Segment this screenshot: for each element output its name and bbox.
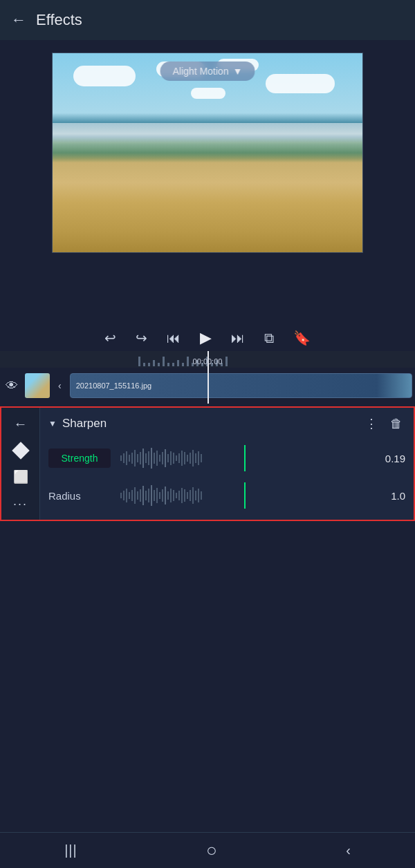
- effect-delete-button[interactable]: 🗑: [387, 415, 405, 433]
- below-preview-spacer: [0, 253, 415, 322]
- transport-bar: ↩ ↪ ⏮ ▶ ⏭ ⧉ 🔖: [0, 322, 415, 351]
- ruler-tick: [182, 363, 184, 366]
- ruler-tick: [148, 363, 150, 366]
- cloud-3: [266, 74, 335, 93]
- ruler-tick: [187, 357, 189, 366]
- copy-button[interactable]: ⧉: [264, 330, 274, 346]
- redo-button[interactable]: ↪: [136, 330, 147, 346]
- ruler-tick: [163, 357, 165, 366]
- header-back-icon[interactable]: ←: [11, 11, 26, 29]
- video-preview[interactable]: Alight Motion ▼: [52, 53, 363, 253]
- clip-label: 20210807_155116.jpg: [76, 381, 152, 390]
- badge-label: Alight Motion: [173, 66, 229, 77]
- effects-content: ▼ Sharpen ⋮ 🗑 Strength: [40, 408, 414, 520]
- effects-back-button[interactable]: ←: [14, 416, 28, 432]
- preview-area: Alight Motion ▼: [0, 40, 415, 253]
- keyframe-add-button[interactable]: [12, 442, 29, 459]
- strength-playhead: [244, 445, 246, 471]
- strength-timeline[interactable]: [118, 445, 371, 471]
- nav-home-button[interactable]: ○: [206, 840, 217, 861]
- skip-back-button[interactable]: ⏮: [167, 330, 181, 346]
- track-row: 👁 ‹ 20210807_155116.jpg: [0, 368, 415, 404]
- effect-name-label: Sharpen: [62, 417, 356, 431]
- visibility-toggle[interactable]: 👁: [3, 376, 21, 396]
- ruler-tick: [177, 360, 179, 366]
- timeline-ruler[interactable]: 00:00:00: [0, 351, 415, 368]
- radius-label: Radius: [48, 490, 111, 502]
- effect-menu-button[interactable]: ⋮: [361, 415, 382, 433]
- cloud-1: [73, 66, 136, 86]
- effects-sidebar: ← ⬜ ···: [1, 408, 40, 520]
- effects-panel: ← ⬜ ··· ▼ Sharpen ⋮ 🗑 Strength: [0, 406, 415, 521]
- header: ← Effects: [0, 0, 415, 40]
- cloud-5: [191, 88, 225, 99]
- radius-param-row: Radius: [40, 477, 414, 514]
- nav-back-button[interactable]: ‹: [346, 842, 351, 858]
- ruler-tick: [167, 363, 169, 366]
- bottom-nav: ||| ○ ‹: [0, 832, 415, 868]
- ruler-tick: [153, 360, 155, 366]
- radius-timeline[interactable]: [118, 482, 371, 509]
- page-title: Effects: [36, 11, 82, 29]
- trim-icon[interactable]: ⬜: [13, 469, 28, 484]
- undo-button[interactable]: ↩: [104, 330, 116, 346]
- track-thumbnail: [25, 373, 50, 398]
- play-button[interactable]: ▶: [200, 329, 212, 347]
- badge-arrow-icon: ▼: [233, 66, 243, 77]
- nav-menu-button[interactable]: |||: [64, 842, 77, 858]
- collapse-arrow-icon[interactable]: ▼: [48, 419, 57, 428]
- waves-overlay: [53, 123, 362, 159]
- alight-motion-badge[interactable]: Alight Motion ▼: [160, 62, 255, 81]
- track-chevron-icon[interactable]: ‹: [54, 379, 66, 393]
- beach-scene: [53, 53, 362, 252]
- strength-param-row: Strength: [40, 440, 414, 477]
- skip-forward-button[interactable]: ⏭: [231, 330, 245, 346]
- radius-value: 1.0: [378, 490, 405, 502]
- ruler-tick: [172, 363, 174, 366]
- radius-playhead: [244, 482, 246, 509]
- track-clip[interactable]: 20210807_155116.jpg: [70, 373, 412, 398]
- timecode-display: 00:00:00: [193, 357, 223, 366]
- ruler-tick: [225, 357, 228, 366]
- strength-keyframe-button[interactable]: Strength: [48, 449, 111, 468]
- effect-header: ▼ Sharpen ⋮ 🗑: [40, 408, 414, 440]
- bookmark-button[interactable]: 🔖: [293, 330, 311, 346]
- strength-label: Strength: [62, 453, 98, 464]
- more-options-button[interactable]: ···: [13, 497, 28, 511]
- clip-thumbnail: [377, 374, 412, 397]
- ruler-tick: [138, 357, 140, 366]
- ruler-tick: [143, 363, 145, 366]
- strength-value: 0.19: [378, 453, 405, 464]
- ruler-tick: [158, 363, 160, 366]
